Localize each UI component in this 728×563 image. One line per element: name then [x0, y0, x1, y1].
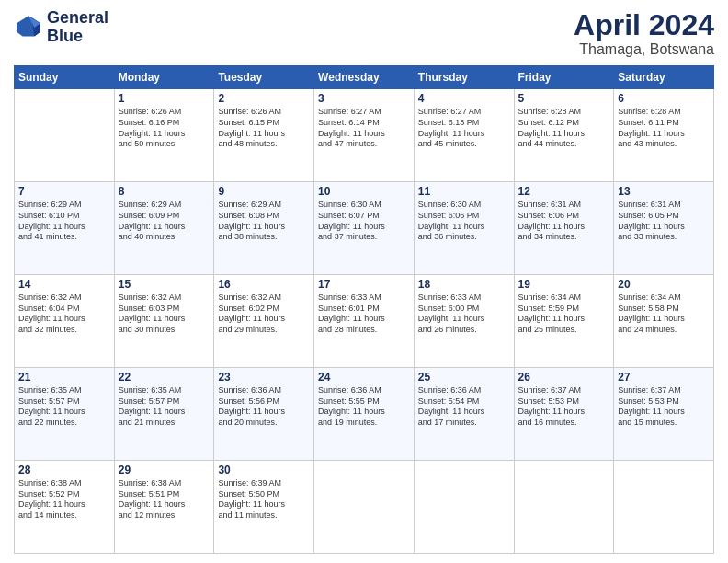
day-number: 15: [119, 278, 210, 291]
day-info: Sunrise: 6:30 AM Sunset: 6:07 PM Dayligh…: [318, 200, 410, 243]
day-number: 26: [518, 371, 610, 384]
header-friday: Friday: [514, 66, 614, 89]
day-info: Sunrise: 6:34 AM Sunset: 5:58 PM Dayligh…: [618, 293, 710, 336]
day-number: 3: [318, 92, 410, 105]
day-number: 29: [119, 464, 210, 477]
calendar-cell: 26Sunrise: 6:37 AM Sunset: 5:53 PM Dayli…: [514, 368, 614, 461]
calendar-header-row: Sunday Monday Tuesday Wednesday Thursday…: [15, 66, 714, 89]
calendar-cell: 9Sunrise: 6:29 AM Sunset: 6:08 PM Daylig…: [214, 182, 314, 275]
calendar-cell: 17Sunrise: 6:33 AM Sunset: 6:01 PM Dayli…: [314, 275, 415, 368]
header-wednesday: Wednesday: [314, 66, 415, 89]
day-number: 1: [119, 92, 210, 105]
day-info: Sunrise: 6:26 AM Sunset: 6:15 PM Dayligh…: [218, 107, 310, 150]
calendar-cell: 5Sunrise: 6:28 AM Sunset: 6:12 PM Daylig…: [514, 89, 614, 182]
calendar-cell: 11Sunrise: 6:30 AM Sunset: 6:06 PM Dayli…: [414, 182, 514, 275]
day-info: Sunrise: 6:35 AM Sunset: 5:57 PM Dayligh…: [18, 385, 110, 429]
day-number: 30: [218, 464, 310, 477]
calendar-week-2: 14Sunrise: 6:32 AM Sunset: 6:04 PM Dayli…: [15, 275, 714, 368]
calendar-cell: 10Sunrise: 6:30 AM Sunset: 6:07 PM Dayli…: [314, 182, 415, 275]
day-number: 12: [518, 185, 610, 198]
calendar-cell: 12Sunrise: 6:31 AM Sunset: 6:06 PM Dayli…: [514, 182, 614, 275]
title-block: April 2024 Thamaga, Botswana: [574, 9, 714, 58]
month-year: April 2024: [574, 9, 714, 41]
day-number: 18: [418, 278, 510, 291]
calendar-cell: 14Sunrise: 6:32 AM Sunset: 6:04 PM Dayli…: [15, 275, 115, 368]
calendar-cell: 1Sunrise: 6:26 AM Sunset: 6:16 PM Daylig…: [114, 89, 214, 182]
day-info: Sunrise: 6:27 AM Sunset: 6:14 PM Dayligh…: [318, 107, 410, 150]
day-info: Sunrise: 6:32 AM Sunset: 6:03 PM Dayligh…: [119, 293, 210, 336]
calendar-cell: 2Sunrise: 6:26 AM Sunset: 6:15 PM Daylig…: [214, 89, 314, 182]
calendar-cell: 7Sunrise: 6:29 AM Sunset: 6:10 PM Daylig…: [15, 182, 115, 275]
day-info: Sunrise: 6:37 AM Sunset: 5:53 PM Dayligh…: [618, 385, 710, 429]
day-info: Sunrise: 6:38 AM Sunset: 5:51 PM Dayligh…: [119, 478, 210, 522]
calendar-cell: 22Sunrise: 6:35 AM Sunset: 5:57 PM Dayli…: [114, 368, 214, 461]
header: General Blue April 2024 Thamaga, Botswan…: [14, 9, 714, 58]
day-number: 19: [518, 278, 610, 291]
day-number: 6: [618, 92, 710, 105]
day-info: Sunrise: 6:30 AM Sunset: 6:06 PM Dayligh…: [418, 200, 510, 243]
calendar-week-0: 1Sunrise: 6:26 AM Sunset: 6:16 PM Daylig…: [15, 89, 714, 182]
day-info: Sunrise: 6:26 AM Sunset: 6:16 PM Dayligh…: [119, 107, 210, 150]
calendar-cell: 19Sunrise: 6:34 AM Sunset: 5:59 PM Dayli…: [514, 275, 614, 368]
page: General Blue April 2024 Thamaga, Botswan…: [0, 0, 728, 563]
calendar-cell: 6Sunrise: 6:28 AM Sunset: 6:11 PM Daylig…: [614, 89, 714, 182]
calendar-cell: 24Sunrise: 6:36 AM Sunset: 5:55 PM Dayli…: [314, 368, 415, 461]
header-thursday: Thursday: [414, 66, 514, 89]
logo-text: General Blue: [47, 9, 108, 46]
calendar-cell: 4Sunrise: 6:27 AM Sunset: 6:13 PM Daylig…: [414, 89, 514, 182]
logo-icon: [14, 13, 43, 42]
day-number: 27: [618, 371, 710, 384]
day-info: Sunrise: 6:29 AM Sunset: 6:08 PM Dayligh…: [218, 200, 310, 243]
header-monday: Monday: [114, 66, 214, 89]
day-number: 22: [119, 371, 210, 384]
calendar-cell: 30Sunrise: 6:39 AM Sunset: 5:50 PM Dayli…: [214, 461, 314, 554]
day-info: Sunrise: 6:33 AM Sunset: 6:01 PM Dayligh…: [318, 293, 410, 336]
day-number: 25: [418, 371, 510, 384]
calendar-cell: 28Sunrise: 6:38 AM Sunset: 5:52 PM Dayli…: [15, 461, 115, 554]
calendar-cell: 15Sunrise: 6:32 AM Sunset: 6:03 PM Dayli…: [114, 275, 214, 368]
day-number: 9: [218, 185, 310, 198]
day-number: 13: [618, 185, 710, 198]
day-info: Sunrise: 6:36 AM Sunset: 5:54 PM Dayligh…: [418, 385, 510, 429]
calendar-week-1: 7Sunrise: 6:29 AM Sunset: 6:10 PM Daylig…: [15, 182, 714, 275]
calendar-cell: 13Sunrise: 6:31 AM Sunset: 6:05 PM Dayli…: [614, 182, 714, 275]
day-info: Sunrise: 6:29 AM Sunset: 6:10 PM Dayligh…: [18, 200, 110, 243]
calendar-cell: [614, 461, 714, 554]
header-saturday: Saturday: [614, 66, 714, 89]
day-info: Sunrise: 6:28 AM Sunset: 6:12 PM Dayligh…: [518, 107, 610, 150]
calendar-cell: [514, 461, 614, 554]
day-info: Sunrise: 6:31 AM Sunset: 6:05 PM Dayligh…: [618, 200, 710, 243]
day-number: 2: [218, 92, 310, 105]
day-number: 21: [18, 371, 110, 384]
day-number: 11: [418, 185, 510, 198]
day-number: 8: [119, 185, 210, 198]
calendar-cell: 8Sunrise: 6:29 AM Sunset: 6:09 PM Daylig…: [114, 182, 214, 275]
calendar-cell: 25Sunrise: 6:36 AM Sunset: 5:54 PM Dayli…: [414, 368, 514, 461]
day-info: Sunrise: 6:27 AM Sunset: 6:13 PM Dayligh…: [418, 107, 510, 150]
calendar-week-3: 21Sunrise: 6:35 AM Sunset: 5:57 PM Dayli…: [15, 368, 714, 461]
day-number: 23: [218, 371, 310, 384]
calendar-week-4: 28Sunrise: 6:38 AM Sunset: 5:52 PM Dayli…: [15, 461, 714, 554]
calendar-cell: 27Sunrise: 6:37 AM Sunset: 5:53 PM Dayli…: [614, 368, 714, 461]
day-number: 14: [18, 278, 110, 291]
day-info: Sunrise: 6:32 AM Sunset: 6:02 PM Dayligh…: [218, 293, 310, 336]
calendar-cell: 3Sunrise: 6:27 AM Sunset: 6:14 PM Daylig…: [314, 89, 415, 182]
day-number: 17: [318, 278, 410, 291]
logo: General Blue: [14, 9, 108, 46]
day-number: 10: [318, 185, 410, 198]
day-info: Sunrise: 6:33 AM Sunset: 6:00 PM Dayligh…: [418, 293, 510, 336]
day-info: Sunrise: 6:39 AM Sunset: 5:50 PM Dayligh…: [218, 478, 310, 522]
header-sunday: Sunday: [15, 66, 115, 89]
day-number: 24: [318, 371, 410, 384]
day-number: 7: [18, 185, 110, 198]
day-info: Sunrise: 6:32 AM Sunset: 6:04 PM Dayligh…: [18, 293, 110, 336]
location: Thamaga, Botswana: [574, 41, 714, 58]
calendar-cell: 23Sunrise: 6:36 AM Sunset: 5:56 PM Dayli…: [214, 368, 314, 461]
day-info: Sunrise: 6:29 AM Sunset: 6:09 PM Dayligh…: [119, 200, 210, 243]
day-info: Sunrise: 6:34 AM Sunset: 5:59 PM Dayligh…: [518, 293, 610, 336]
calendar-cell: 20Sunrise: 6:34 AM Sunset: 5:58 PM Dayli…: [614, 275, 714, 368]
day-info: Sunrise: 6:35 AM Sunset: 5:57 PM Dayligh…: [119, 385, 210, 429]
day-info: Sunrise: 6:38 AM Sunset: 5:52 PM Dayligh…: [18, 478, 110, 522]
calendar-table: Sunday Monday Tuesday Wednesday Thursday…: [14, 65, 714, 554]
calendar-cell: [15, 89, 115, 182]
